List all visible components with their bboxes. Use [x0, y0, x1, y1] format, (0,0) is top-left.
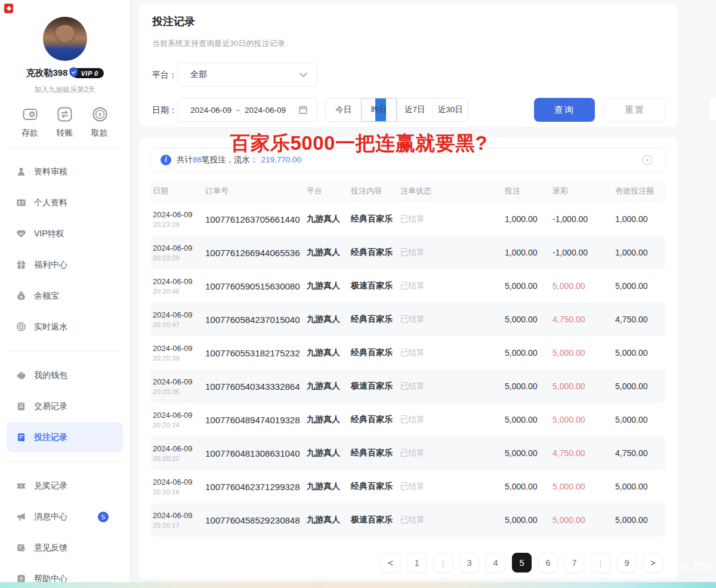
- cell-bet-amount: 5,000.00: [505, 448, 553, 458]
- cell-payout: -1,000.00: [553, 214, 615, 224]
- sidebar-item-label: 余额宝: [34, 291, 59, 301]
- column-header: 注单状态: [400, 186, 505, 196]
- pagination-ellipsis[interactable]: |: [591, 553, 610, 572]
- pagination-page-3[interactable]: 3: [459, 553, 479, 572]
- sidebar-item-welfare[interactable]: 福利中心: [7, 250, 123, 280]
- watermark: equ.me: [662, 558, 714, 574]
- quick-option[interactable]: 今日: [326, 98, 361, 121]
- cell-valid-bet: 4,750.00: [615, 448, 666, 458]
- page-subtitle: 当前系统支持查询最近30日的投注记录: [152, 38, 285, 49]
- transfer-icon: [50, 106, 81, 122]
- sidebar-item-bets[interactable]: 投注记录: [7, 422, 123, 452]
- cell-order-number: 1007760590515630080: [205, 281, 307, 291]
- sidebar-item-label: 交易记录: [34, 401, 67, 412]
- pagination-page-1[interactable]: 1: [407, 553, 427, 572]
- deposit-button[interactable]: 存款: [14, 106, 45, 138]
- cell-status: 已结算: [400, 347, 505, 358]
- pagination-page-7[interactable]: 7: [564, 553, 584, 572]
- cell-bet-content: 极速百家乐: [351, 381, 400, 392]
- cell-date: 2024-06-0920:20:18: [153, 478, 205, 495]
- calendar-icon: [298, 105, 308, 115]
- sidebar-item-rebate[interactable]: 实时返水: [7, 312, 123, 342]
- sidebar-item-profile[interactable]: 个人资料: [7, 187, 123, 218]
- pagination-prev[interactable]: <: [381, 553, 400, 572]
- cell-payout: 4,750.00: [553, 448, 615, 458]
- cell-valid-bet: 5,000.00: [615, 482, 666, 491]
- cell-valid-bet: 5,000.00: [615, 515, 666, 525]
- withdraw-button[interactable]: ¥ 取款: [84, 106, 115, 138]
- profile-icon: [16, 198, 26, 208]
- page-title: 投注记录: [152, 14, 195, 29]
- table-row: 2024-06-0920:20:221007760481308631040九游真…: [150, 436, 666, 470]
- sidebar-item-yuebao[interactable]: 余额宝: [7, 281, 123, 311]
- table-row: 2024-06-0920:23:291007761266944065536九游真…: [150, 236, 666, 269]
- cell-bet-amount: 5,000.00: [505, 482, 553, 491]
- corner-red-icon: [4, 4, 13, 13]
- scrollbar-thumb[interactable]: [709, 97, 716, 120]
- pagination-page-4[interactable]: 4: [486, 553, 505, 572]
- quick-option[interactable]: 近30日: [433, 98, 468, 121]
- cell-platform: 九游真人: [307, 281, 351, 291]
- svg-text:¥: ¥: [98, 111, 101, 118]
- pagination-next[interactable]: >: [643, 553, 663, 572]
- feedback-icon: [16, 543, 26, 553]
- cell-payout: 5,000.00: [553, 515, 615, 525]
- date-range-picker[interactable]: 2024-06-09 ~ 2024-06-09: [177, 98, 317, 122]
- cell-bet-amount: 5,000.00: [505, 281, 553, 291]
- cell-status: 已结算: [400, 414, 505, 425]
- sidebar-item-audit[interactable]: 资料审核: [7, 156, 123, 187]
- avatar[interactable]: [43, 17, 87, 61]
- transfer-button[interactable]: 转账: [50, 106, 81, 138]
- cell-payout: 5,000.00: [553, 348, 615, 358]
- sidebar-item-message[interactable]: 消息中心5: [7, 501, 123, 532]
- cell-bet-content: 经典百家乐: [351, 481, 400, 492]
- column-header: 日期: [153, 186, 205, 196]
- cell-date: 2024-06-0920:20:17: [153, 511, 205, 529]
- wallet-quick-actions: 存款 转账 ¥ 取款: [0, 106, 129, 138]
- cell-date: 2024-06-0920:20:48: [153, 277, 205, 295]
- cell-status: 已结算: [400, 247, 505, 258]
- cell-platform: 九游真人: [307, 247, 351, 258]
- sidebar-item-label: 消息中心: [34, 512, 67, 522]
- cell-platform: 九游真人: [307, 214, 351, 224]
- cell-platform: 九游真人: [307, 515, 351, 525]
- deposit-icon: [14, 106, 45, 122]
- sidebar-item-prize[interactable]: 兑奖记录: [7, 470, 123, 501]
- platform-select[interactable]: 全部: [177, 63, 317, 87]
- bottom-edge-strip: [0, 582, 716, 588]
- cell-platform: 九游真人: [307, 481, 351, 492]
- pagination-page-6[interactable]: 6: [538, 553, 558, 572]
- yuebao-icon: [16, 291, 26, 301]
- sidebar-item-wallet[interactable]: 我的钱包: [7, 360, 123, 390]
- sidebar-item-transactions[interactable]: 交易记录: [7, 391, 123, 421]
- sidebar-item-label: 我的钱包: [34, 370, 67, 381]
- pagination-ellipsis[interactable]: |: [433, 553, 453, 572]
- reset-button[interactable]: 重置: [604, 98, 665, 122]
- cell-order-number: 1007760540343332864: [205, 381, 307, 392]
- sidebar-item-feedback[interactable]: 意见反馈: [7, 532, 123, 563]
- pagination-page-5[interactable]: 5: [512, 553, 532, 572]
- column-header: 平台: [307, 186, 351, 196]
- cell-valid-bet: 1,000.00: [615, 214, 666, 224]
- summary-count: 86: [193, 155, 202, 164]
- expand-plus-icon[interactable]: [642, 155, 653, 165]
- divider: [6, 461, 124, 462]
- sidebar-item-vip[interactable]: VIP特权: [7, 218, 123, 249]
- cell-order-number: 1007760481308631040: [205, 448, 307, 458]
- prize-icon: [16, 481, 26, 491]
- pagination-page-9[interactable]: 9: [617, 553, 637, 572]
- cell-status: 已结算: [400, 214, 505, 224]
- username: 克孜勒398: [26, 67, 67, 79]
- cell-bet-amount: 1,000.00: [505, 248, 553, 257]
- cell-valid-bet: 5,000.00: [615, 381, 666, 391]
- sidebar-menu: 资料审核个人资料VIP特权福利中心余额宝实时返水我的钱包交易记录投注记录兑奖记录…: [0, 156, 129, 588]
- quick-option[interactable]: 近7日: [397, 98, 433, 121]
- filter-card: 投注记录 当前系统支持查询最近30日的投注记录 平台： 全部 日期： 2024-…: [138, 4, 678, 127]
- search-button[interactable]: 查询: [534, 98, 595, 122]
- quick-option[interactable]: 昨日: [361, 98, 397, 122]
- table-row: 2024-06-0920:20:361007760540343332864九游真…: [150, 370, 666, 403]
- date-end: 2024-06-09: [245, 106, 286, 115]
- cell-status: 已结算: [400, 515, 505, 525]
- withdraw-icon: ¥: [84, 106, 115, 122]
- cell-payout: -1,000.00: [553, 248, 615, 257]
